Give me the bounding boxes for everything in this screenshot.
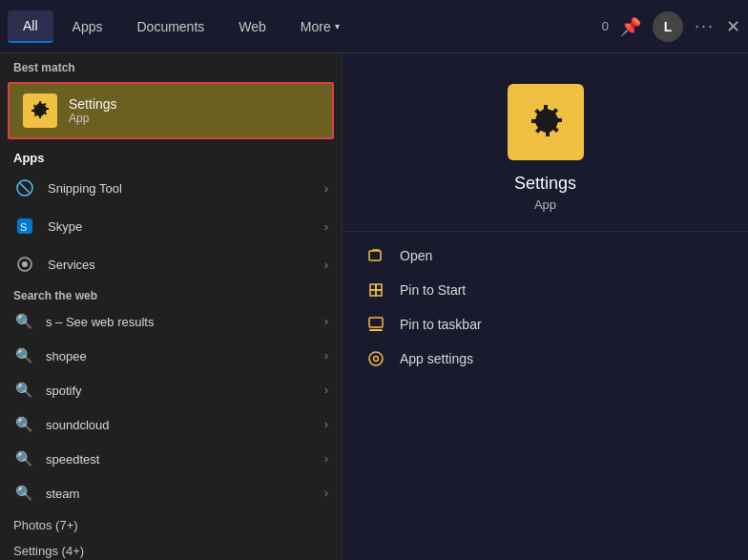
search-web-icon-speedtest: 🔍 — [13, 448, 34, 469]
tab-all[interactable]: All — [8, 10, 53, 43]
services-label: Services — [48, 258, 313, 272]
app-showcase: Settings App — [343, 53, 748, 232]
photos-section-label: Photos (7+) — [0, 510, 342, 536]
tab-web[interactable]: Web — [223, 11, 281, 42]
skype-arrow: › — [324, 219, 328, 234]
web-item-spotify-arrow: › — [324, 384, 328, 397]
action-open-label: Open — [400, 248, 432, 263]
web-item-steam-label: steam — [46, 487, 313, 501]
web-item-shopee[interactable]: 🔍 shopee › — [0, 339, 342, 373]
web-item-speedtest-label: speedtest — [46, 452, 313, 467]
app-showcase-name: Settings — [514, 174, 576, 194]
top-bar-right: 0 📌 L ··· ✕ — [602, 11, 740, 42]
apps-section-label: Apps — [0, 143, 342, 169]
best-match-text: Settings App — [69, 96, 117, 125]
right-panel: Settings App Open — [342, 53, 748, 560]
best-match-title: Settings — [69, 96, 117, 112]
avatar[interactable]: L — [653, 11, 683, 42]
web-search-label: Search the web — [0, 283, 342, 304]
more-options-button[interactable]: ··· — [695, 16, 715, 36]
web-item-speedtest-arrow: › — [324, 452, 328, 466]
settings-section-label: Settings (4+) — [0, 536, 342, 560]
web-item-shopee-label: shopee — [46, 349, 313, 363]
web-item-shopee-arrow: › — [324, 349, 328, 363]
pin-icon: 📌 — [620, 16, 641, 37]
best-match-label: Best match — [0, 53, 342, 78]
snipping-tool-label: Snipping Tool — [48, 181, 313, 196]
web-item-speedtest[interactable]: 🔍 speedtest › — [0, 442, 342, 476]
action-app-settings[interactable]: App settings — [365, 348, 725, 369]
skype-label: Skype — [48, 219, 313, 234]
services-icon — [13, 253, 36, 276]
svg-rect-12 — [376, 290, 382, 296]
svg-rect-14 — [369, 329, 383, 331]
notification-badge: 0 — [602, 19, 609, 33]
skype-icon: S — [13, 215, 36, 238]
svg-rect-10 — [376, 284, 382, 290]
svg-rect-11 — [370, 290, 376, 296]
svg-point-16 — [374, 357, 379, 362]
app-settings-icon — [365, 348, 386, 369]
app-big-icon — [508, 84, 584, 160]
settings-app-icon — [23, 93, 57, 128]
list-item-snipping-tool[interactable]: Snipping Tool › — [0, 169, 342, 207]
action-pin-start-label: Pin to Start — [400, 282, 466, 298]
web-item-steam-arrow: › — [324, 487, 328, 500]
snipping-tool-arrow: › — [324, 181, 328, 196]
web-item-spotify-label: spotify — [46, 384, 313, 398]
web-item-s-label: s – See web results — [46, 315, 313, 329]
action-pin-taskbar-label: Pin to taskbar — [400, 317, 482, 332]
action-pin-taskbar[interactable]: Pin to taskbar — [365, 314, 725, 335]
web-item-soundcloud-arrow: › — [324, 418, 328, 431]
list-item-services[interactable]: Services › — [0, 245, 342, 283]
main-layout: Best match Settings App Apps — [0, 53, 748, 560]
best-match-item[interactable]: Settings App — [8, 82, 334, 139]
search-web-icon-shopee: 🔍 — [13, 345, 34, 366]
pin-taskbar-icon — [365, 314, 386, 335]
action-pin-start[interactable]: Pin to Start — [365, 280, 725, 301]
search-web-icon-spotify: 🔍 — [13, 380, 34, 401]
svg-rect-8 — [369, 251, 381, 260]
svg-text:S: S — [20, 221, 27, 233]
more-arrow-icon: ▾ — [335, 21, 340, 31]
services-arrow: › — [324, 258, 328, 272]
svg-line-2 — [20, 183, 30, 193]
search-web-icon-soundcloud: 🔍 — [13, 414, 34, 435]
right-actions: Open Pin to Start — [343, 232, 748, 383]
search-web-icon-s: 🔍 — [13, 311, 34, 332]
web-item-soundcloud-label: soundcloud — [46, 418, 313, 432]
web-item-soundcloud[interactable]: 🔍 soundcloud › — [0, 407, 342, 442]
svg-point-15 — [369, 352, 383, 365]
search-web-icon-steam: 🔍 — [13, 483, 34, 504]
svg-point-6 — [22, 261, 28, 267]
best-match-subtitle: App — [69, 112, 117, 125]
web-item-steam[interactable]: 🔍 steam › — [0, 476, 342, 510]
action-open[interactable]: Open — [365, 245, 725, 266]
left-panel: Best match Settings App Apps — [0, 53, 342, 560]
web-item-s-arrow: › — [324, 315, 328, 328]
tab-apps[interactable]: Apps — [57, 11, 118, 42]
action-app-settings-label: App settings — [400, 351, 473, 366]
tab-documents[interactable]: Documents — [121, 11, 219, 42]
top-bar: All Apps Documents Web More ▾ 0 📌 L ··· … — [0, 0, 748, 53]
svg-rect-9 — [370, 284, 376, 290]
svg-rect-13 — [369, 318, 383, 327]
snipping-tool-icon — [13, 176, 36, 199]
list-item-skype[interactable]: S Skype › — [0, 207, 342, 245]
web-item-spotify[interactable]: 🔍 spotify › — [0, 373, 342, 407]
pin-start-icon — [365, 280, 386, 301]
close-button[interactable]: ✕ — [726, 16, 740, 37]
open-icon — [365, 245, 386, 266]
app-showcase-type: App — [534, 197, 556, 212]
tab-more[interactable]: More ▾ — [285, 11, 355, 42]
web-item-s[interactable]: 🔍 s – See web results › — [0, 304, 342, 339]
